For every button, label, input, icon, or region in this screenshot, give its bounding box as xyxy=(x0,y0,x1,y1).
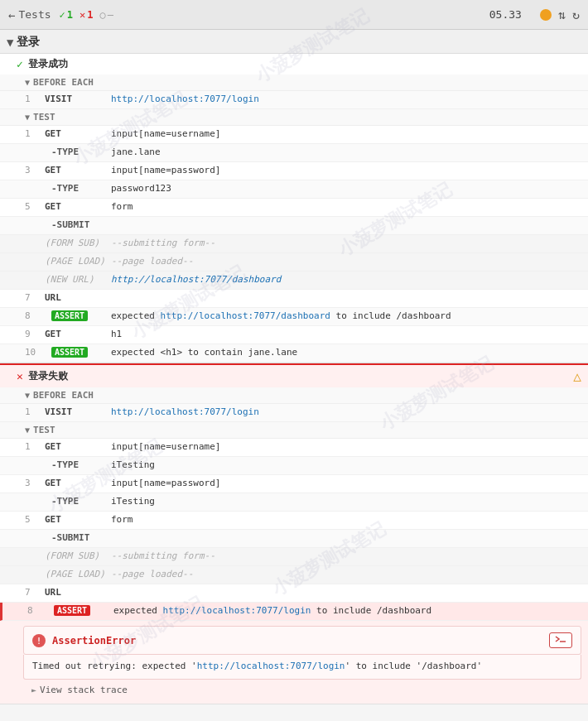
step-num: 10 xyxy=(25,346,41,358)
step-num xyxy=(25,495,41,496)
step-details: http://localhost:7077/login xyxy=(111,93,581,104)
stack-trace-label[interactable]: View stack trace xyxy=(40,685,128,695)
step-details: iTesting xyxy=(111,459,581,470)
phase-chevron-icon: ▼ xyxy=(25,113,30,122)
group-title-success: 登录成功 xyxy=(28,57,68,71)
phase-before-each-1[interactable]: ▼ BEFORE EACH xyxy=(0,75,588,91)
group-header-fail[interactable]: ✕ 登录失败 △ xyxy=(0,365,588,387)
step-row-meta: (FORM SUB) --submitting form-- xyxy=(0,235,588,253)
step-cmd: (FORM SUB) xyxy=(45,237,111,248)
phase-before-each-2[interactable]: ▼ BEFORE EACH xyxy=(0,387,588,404)
step-cmd: -SUBMIT xyxy=(45,531,111,543)
step-details xyxy=(111,586,581,587)
step-num: 7 xyxy=(25,586,41,598)
step-details: jane.lane xyxy=(111,146,581,157)
step-row-meta: (NEW URL) http://localhost:7077/dashboar… xyxy=(0,272,588,290)
back-arrow-icon: ← xyxy=(8,8,15,22)
step-row: 1 VISIT http://localhost:7077/login xyxy=(0,91,588,109)
step-row: -SUBMIT xyxy=(0,217,588,235)
phase-chevron-icon: ▼ xyxy=(25,78,30,87)
step-row: 7 URL xyxy=(0,584,588,603)
fail-stat: ✕ 1 xyxy=(80,9,93,21)
step-details: --page loaded-- xyxy=(111,255,581,267)
phase-test-2[interactable]: ▼ TEST xyxy=(0,422,588,439)
step-details: input[name=username] xyxy=(111,127,581,139)
step-details: form xyxy=(111,200,581,212)
phase-label: BEFORE EACH xyxy=(33,390,94,401)
step-row: 10 ASSERT expected <h1> to contain jane.… xyxy=(0,344,588,363)
phase-chevron-icon: ▼ xyxy=(25,391,30,400)
step-num: 5 xyxy=(25,513,41,525)
section-login[interactable]: ▼ 登录 xyxy=(0,30,588,54)
topbar-icons: ⇅ ↻ xyxy=(540,7,580,22)
step-details xyxy=(111,531,581,532)
step-cmd: GET xyxy=(45,328,111,339)
top-bar: ← Tests ✓ 1 ✕ 1 ○ — 05.33 ⇅ ↻ xyxy=(0,0,588,30)
skip-circle-icon: ○ xyxy=(100,9,106,21)
step-num xyxy=(25,182,41,183)
step-details: http://localhost:7077/login xyxy=(111,406,581,417)
step-cmd: GET xyxy=(45,127,111,139)
step-cmd: VISIT xyxy=(45,406,111,417)
step-row: 1 GET input[name=username] xyxy=(0,126,588,144)
section-chevron-icon: ▼ xyxy=(7,36,13,49)
step-cmd: URL xyxy=(45,586,111,598)
terminal-button[interactable] xyxy=(549,632,572,648)
step-cmd: GET xyxy=(45,513,111,525)
phase-test-1[interactable]: ▼ TEST xyxy=(0,109,588,126)
step-row: 7 URL xyxy=(0,290,588,308)
test-stats: ✓ 1 ✕ 1 ○ — xyxy=(60,9,481,21)
warning-icon: △ xyxy=(573,368,581,384)
step-cmd: URL xyxy=(45,291,111,303)
step-details xyxy=(111,219,581,219)
step-row: -TYPE iTesting xyxy=(0,457,588,475)
step-num xyxy=(25,255,41,256)
step-row: 9 GET h1 xyxy=(0,326,588,344)
step-num: 1 xyxy=(25,440,41,452)
assert-badge-fail: ASSERT xyxy=(54,605,90,616)
step-details: iTesting xyxy=(111,495,581,507)
assert-badge: ASSERT xyxy=(51,310,88,321)
view-stack-trace[interactable]: ► View stack trace xyxy=(25,683,581,697)
sort-icon[interactable]: ⇅ xyxy=(558,7,566,22)
step-cmd: (PAGE LOAD) xyxy=(45,568,111,579)
step-num: 3 xyxy=(25,477,41,488)
assertion-error-title: AssertionError xyxy=(52,635,542,646)
step-num xyxy=(25,219,41,219)
step-num: 8 xyxy=(25,310,41,321)
back-button[interactable]: ← Tests xyxy=(8,8,51,22)
step-num xyxy=(25,237,41,238)
step-cmd: ASSERT xyxy=(47,604,113,616)
pass-stat: ✓ 1 xyxy=(60,9,73,21)
step-row: 1 VISIT http://localhost:7077/login xyxy=(0,404,588,422)
phase-label: BEFORE EACH xyxy=(33,77,94,88)
step-row: -SUBMIT xyxy=(0,530,588,548)
step-cmd: GET xyxy=(45,477,111,488)
step-details: input[name=username] xyxy=(111,440,581,452)
assertion-error-message: Timed out retrying: expected 'http://loc… xyxy=(23,655,581,680)
step-num xyxy=(25,550,41,550)
refresh-icon[interactable]: ↻ xyxy=(572,7,580,22)
skip-stat: ○ — xyxy=(100,9,113,21)
step-details xyxy=(111,291,581,292)
step-num xyxy=(25,273,41,274)
triangle-icon: ► xyxy=(31,685,36,695)
step-cmd: -TYPE xyxy=(45,495,111,507)
elapsed-time: 05.33 xyxy=(489,8,522,21)
step-details: --page loaded-- xyxy=(111,568,581,579)
assertion-error-icon: ! xyxy=(32,634,46,647)
step-details: http://localhost:7077/dashboard xyxy=(111,273,581,285)
step-num xyxy=(25,459,41,459)
pass-icon: ✓ xyxy=(17,58,23,70)
back-label[interactable]: Tests xyxy=(18,8,51,21)
step-details: --submitting form-- xyxy=(111,237,581,248)
step-cmd: (PAGE LOAD) xyxy=(45,255,111,267)
step-cmd: -TYPE xyxy=(45,459,111,470)
group-header-success[interactable]: ✓ 登录成功 xyxy=(0,54,588,75)
step-num xyxy=(25,568,41,569)
step-row-meta: (FORM SUB) --submitting form-- xyxy=(0,548,588,566)
step-row: 1 GET input[name=username] xyxy=(0,439,588,457)
assertion-error-row: ! AssertionError xyxy=(23,626,581,655)
fail-count: 1 xyxy=(87,9,93,21)
step-details: expected <h1> to contain jane.lane xyxy=(111,346,581,358)
